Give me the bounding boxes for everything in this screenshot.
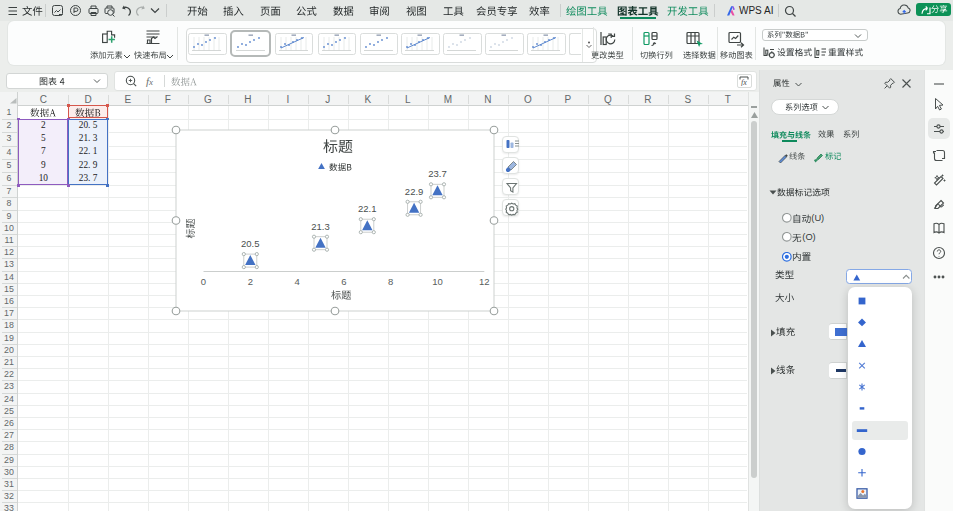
svg-text:2: 2 <box>248 276 253 287</box>
svg-text:20.5: 20.5 <box>241 238 259 249</box>
svg-text:23.7: 23.7 <box>428 168 447 179</box>
svg-text:22.1: 22.1 <box>358 203 377 214</box>
svg-text:21.3: 21.3 <box>311 221 330 232</box>
svg-text:8: 8 <box>388 276 393 287</box>
svg-text:22.9: 22.9 <box>405 186 424 197</box>
svg-text:4: 4 <box>294 276 299 287</box>
svg-text:12: 12 <box>479 276 490 287</box>
svg-text:6: 6 <box>341 276 346 287</box>
svg-text:10: 10 <box>432 276 443 287</box>
svg-text:fx: fx <box>741 78 747 86</box>
svg-text:0: 0 <box>201 276 206 287</box>
